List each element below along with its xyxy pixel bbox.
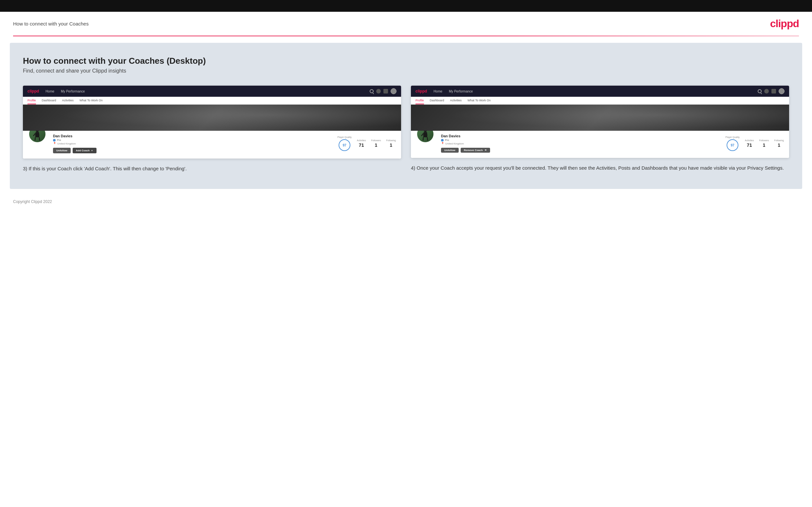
user-icon-left <box>376 89 381 94</box>
copyright-text: Copyright Clippd 2022 <box>13 200 52 204</box>
user-info-left: Dan Davies Pro 📍 United Kingdom Unfollow <box>53 134 331 153</box>
following-value-right: 1 <box>774 143 784 148</box>
quality-label-left: Player Quality <box>337 136 352 138</box>
stat-quality-right: Player Quality 97 <box>725 136 740 151</box>
plus-icon-left: ＋ <box>91 149 93 152</box>
stat-followers-left: Followers 1 <box>371 139 381 148</box>
followers-value-left: 1 <box>371 143 381 148</box>
logo: clippd <box>770 18 799 30</box>
following-label-right: Following <box>774 139 784 142</box>
tab-what-to-work-on-right[interactable]: What To Work On <box>467 99 491 104</box>
tab-profile-left[interactable]: Profile <box>28 99 36 104</box>
nav-icons-right <box>758 88 784 94</box>
svg-line-2 <box>35 137 35 140</box>
user-name-left: Dan Davies <box>53 134 331 138</box>
activities-value-right: 71 <box>745 143 754 148</box>
header: How to connect with your Coaches clippd <box>0 12 812 36</box>
location-text-right: United Kingdom <box>445 142 464 145</box>
stat-following-left: Following 1 <box>386 139 396 148</box>
quality-label-right: Player Quality <box>725 136 740 138</box>
action-buttons-right: Unfollow Remove Coach ✕ <box>441 148 719 153</box>
unfollow-button-left[interactable]: Unfollow <box>53 148 71 153</box>
mock-browser-right: clippd Home My Performance Pro <box>411 86 789 158</box>
mock-nav-performance-left: My Performance <box>61 90 85 93</box>
followers-label-right: Followers <box>759 139 769 142</box>
svg-line-1 <box>33 133 35 136</box>
activities-value-left: 71 <box>357 143 366 148</box>
tab-profile-right[interactable]: Profile <box>415 99 424 104</box>
mock-banner-left <box>23 105 401 131</box>
mock-profile-right: Dan Davies Pro 📍 United Kingdom Unfollow <box>411 131 789 158</box>
pin-icon-left: 📍 <box>53 142 56 145</box>
action-buttons-left: Unfollow Add Coach ＋ <box>53 148 331 153</box>
user-badge-right: Pro <box>441 138 719 142</box>
stat-activities-right: Activities 71 <box>745 139 754 148</box>
mock-nav-right: clippd Home My Performance <box>411 86 789 97</box>
column-left: clippd Home My Performance Pro <box>23 86 401 173</box>
nav-icons-left <box>370 88 397 94</box>
mock-nav-performance-right: My Performance <box>449 90 473 93</box>
stat-activities-left: Activities 71 <box>357 139 366 148</box>
mock-browser-left: clippd Home My Performance Pro <box>23 86 401 159</box>
stat-following-right: Following 1 <box>774 139 784 148</box>
mock-logo-right: clippd <box>415 89 427 94</box>
user-badge-left: Pro <box>53 138 331 142</box>
tab-activities-left[interactable]: Activities <box>62 99 74 104</box>
pin-icon-right: 📍 <box>441 142 444 145</box>
page-title: How to connect with your Coaches <box>13 21 89 26</box>
column-right: clippd Home My Performance Pro <box>411 86 789 173</box>
badge-label-right: Pro <box>445 138 449 142</box>
top-bar <box>0 0 812 12</box>
svg-line-5 <box>421 133 423 136</box>
remove-coach-button-right[interactable]: Remove Coach ✕ <box>461 148 490 153</box>
followers-label-left: Followers <box>371 139 381 142</box>
description-right: 4) Once your Coach accepts your request … <box>411 164 789 172</box>
main-title: How to connect with your Coaches (Deskto… <box>23 56 789 66</box>
following-value-left: 1 <box>386 143 396 148</box>
unfollow-button-right[interactable]: Unfollow <box>441 148 459 153</box>
svg-line-7 <box>427 137 427 140</box>
mock-logo-left: clippd <box>28 89 39 94</box>
columns: clippd Home My Performance Pro <box>23 86 789 173</box>
settings-icon-left <box>384 89 388 94</box>
tab-what-to-work-on-left[interactable]: What To Work On <box>80 99 103 104</box>
avatar-icon-right <box>779 88 784 94</box>
main-content: How to connect with your Coaches (Deskto… <box>10 43 802 189</box>
avatar-icon-left <box>391 88 397 94</box>
x-icon-right: ✕ <box>485 149 487 152</box>
user-name-right: Dan Davies <box>441 134 719 138</box>
mock-banner-right <box>411 105 789 131</box>
tab-dashboard-right[interactable]: Dashboard <box>430 99 444 104</box>
description-left: 3) If this is your Coach click 'Add Coac… <box>23 165 401 173</box>
remove-coach-label: Remove Coach <box>464 149 483 152</box>
footer: Copyright Clippd 2022 <box>0 195 812 208</box>
mock-profile-left: Dan Davies Pro 📍 United Kingdom Unfollow <box>23 131 401 159</box>
settings-icon-right <box>771 89 776 94</box>
add-coach-label-left: Add Coach <box>76 149 90 152</box>
badge-label-left: Pro <box>57 138 61 142</box>
activities-label-left: Activities <box>357 139 366 142</box>
badge-dot-right <box>441 139 444 142</box>
mock-tabs-left: Profile Dashboard Activities What To Wor… <box>23 97 401 105</box>
svg-line-3 <box>39 137 40 140</box>
tab-dashboard-left[interactable]: Dashboard <box>42 99 56 104</box>
mock-nav-left: clippd Home My Performance <box>23 86 401 97</box>
badge-dot-left <box>53 139 56 142</box>
stat-quality-left: Player Quality 97 <box>337 136 352 151</box>
stat-followers-right: Followers 1 <box>759 139 769 148</box>
mock-nav-home-left: Home <box>46 90 54 93</box>
followers-value-right: 1 <box>759 143 769 148</box>
following-label-left: Following <box>386 139 396 142</box>
location-text-left: United Kingdom <box>57 142 76 145</box>
stats-right: Player Quality 97 Activities 71 Follower… <box>725 134 784 151</box>
search-icon-right <box>758 89 762 93</box>
add-coach-button-left[interactable]: Add Coach ＋ <box>72 148 97 153</box>
quality-circle-right: 97 <box>727 139 739 151</box>
search-icon-left <box>370 89 373 93</box>
user-info-right: Dan Davies Pro 📍 United Kingdom Unfollow <box>441 134 719 153</box>
mock-tabs-right: Profile Dashboard Activities What To Wor… <box>411 97 789 105</box>
location-right: 📍 United Kingdom <box>441 142 719 145</box>
tab-activities-right[interactable]: Activities <box>450 99 462 104</box>
mock-nav-home-right: Home <box>434 90 442 93</box>
header-divider <box>13 36 799 36</box>
